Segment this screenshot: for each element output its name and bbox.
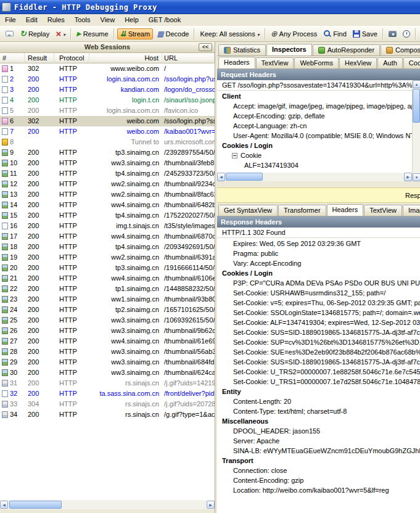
header-line[interactable]: Set-Cookie: SSOLoginState=1346815775; pa… (217, 308, 420, 318)
header-line[interactable]: Set-Cookie: U_TRS1=00000007.1e7d258f.504… (217, 377, 420, 387)
menu-item-tools[interactable]: Tools (70, 14, 96, 26)
tab-inspectors[interactable]: Inspectors (266, 44, 312, 55)
response-encoding-banner[interactable]: Response is encoded and may need to be d… (217, 187, 420, 203)
header-line[interactable]: Set-Cookie: ALF=1347419304; expires=Wed,… (217, 318, 420, 327)
scroll-up-icon[interactable]: ▲ (413, 80, 420, 88)
request-line[interactable]: GET /sso/login.php?ssosavestate=13474193… (217, 80, 420, 91)
header-group[interactable]: Entity (217, 387, 420, 396)
session-row[interactable]: 22200HTTPtp1.sinaimg.cn/1448858232/50/56… (0, 284, 215, 294)
session-row[interactable]: 29200HTTPww3.sinaimg.cn/thumbnail/684fd1… (0, 357, 215, 367)
resume-button[interactable]: Resume (74, 29, 111, 39)
tab-auth[interactable]: Auth (377, 57, 403, 68)
session-row[interactable]: 16200HTTPimg.t.sinajs.cn/t35/style/image… (0, 221, 215, 231)
session-row[interactable]: 26200HTTPww3.sinaimg.cn/thumbnail/9b62d4… (0, 326, 215, 336)
menu-item-view[interactable]: View (96, 14, 120, 26)
stream-toggle-button[interactable]: Stream (117, 28, 154, 39)
remove-sessions-button[interactable] (53, 28, 68, 39)
session-row[interactable]: 15200HTTPtp4.sinaimg.cn/1752202027/50/56… (0, 210, 215, 221)
scroll-right-icon[interactable]: ▶ (404, 173, 412, 181)
header-line[interactable]: Set-Cookie: USRHAWB=usrmdins312_155; pat… (217, 288, 420, 298)
collapse-box-icon[interactable] (232, 153, 237, 158)
scroll-right-icon[interactable]: ▶ (207, 501, 215, 509)
session-row[interactable]: 2200HTTPlogin.sina.com.cn/sso/login.php?… (0, 74, 215, 84)
header-line[interactable]: Content-Encoding: gzip (217, 475, 420, 485)
tab-get-syntaxview[interactable]: Get SyntaxView (218, 205, 278, 216)
tab-textview[interactable]: TextView (364, 205, 402, 216)
tab-headers[interactable]: Headers (327, 204, 364, 216)
sessions-horizontal-scrollbar[interactable]: ◀ ▶ (0, 500, 215, 509)
session-row[interactable]: 34200HTTPrs.sinajs.cn/g.gif?type=1&act=p… (0, 409, 215, 420)
session-row[interactable]: 13200HTTPww2.sinaimg.cn/thumbnail/8fac62… (0, 189, 215, 200)
response-status-line[interactable]: HTTP/1.1 302 Found (217, 228, 420, 238)
tab-transformer[interactable]: Transformer (278, 205, 326, 216)
tab-headers[interactable]: Headers (218, 57, 255, 68)
header-line[interactable]: Set-Cookie: SUE=es%3De2eb90f23b884b2f206… (217, 347, 420, 357)
screenshot-button[interactable] (386, 30, 399, 38)
scrollbar-thumb[interactable] (226, 173, 263, 181)
header-group[interactable]: Transport (217, 456, 420, 466)
session-row[interactable]: 17200HTTPww4.sinaimg.cn/thumbnail/6870c2… (0, 231, 215, 242)
header-line[interactable]: Accept-Language: zh-cn (217, 121, 412, 131)
header-line[interactable]: Set-Cookie: SUP=cv%3D1%26bt%3D1346815775… (217, 337, 420, 347)
header-line[interactable]: P3P: CP="CURa ADMa DEVa PSAo PSDo OUR BU… (217, 278, 420, 288)
add-comment-button[interactable] (3, 30, 16, 38)
collapse-sessions-button[interactable]: << (199, 43, 212, 51)
header-group[interactable]: Cookies / Login (217, 141, 412, 150)
session-row[interactable]: 20200HTTPtp3.sinaimg.cn/1916666114/50/56… (0, 263, 215, 273)
tab-hexview[interactable]: HexView (339, 57, 377, 68)
header-line[interactable]: Accept: image/gif, image/jpeg, image/pjp… (217, 101, 412, 111)
session-row[interactable]: 7200HTTPweibo.com/kaibao001?wvr=5&lf=reg (0, 126, 215, 137)
header-line[interactable]: Cookie (217, 150, 412, 160)
session-row[interactable]: 25200HTTPww3.sinaimg.cn/1069392615/50/56… (0, 315, 215, 326)
column-header-url[interactable]: URL (162, 53, 215, 64)
find-button[interactable]: Find (321, 28, 348, 39)
session-row[interactable]: 9200HTTPtp3.sinaimg.cn/2392897554/50/560… (0, 147, 215, 158)
session-row[interactable]: 5200HTTPlogin.sina.com.cn/favicon.ico (0, 105, 215, 116)
session-row[interactable]: 31200HTTPrs.sinajs.cn/j.gif?uids=1421948… (0, 378, 215, 388)
header-line[interactable]: Content-Type: text/html; charset=utf-8 (217, 406, 420, 416)
header-line[interactable]: Set-Cookie: v=5; expires=Thu, 06-Sep-201… (217, 298, 420, 308)
session-row[interactable]: 28200HTTPww3.sinaimg.cn/thumbnail/56ab32… (0, 347, 215, 357)
column-header-protocol[interactable]: Protocol (54, 53, 89, 64)
header-group[interactable]: Client (217, 91, 412, 101)
header-line[interactable]: Connection: close (217, 466, 420, 475)
session-row[interactable]: 32200HTTPta.sass.sina.com.cn/front/deliv… (0, 388, 215, 399)
menu-item-file[interactable]: File (0, 14, 21, 26)
session-row[interactable]: 19200HTTPww2.sinaimg.cn/thumbnail/6391a8… (0, 252, 215, 263)
header-group[interactable]: Miscellaneous (217, 416, 420, 426)
header-line[interactable]: Server: Apache (217, 436, 420, 446)
header-line[interactable]: Set-Cookie: U_TRS2=00000007.1e88258f.504… (217, 367, 420, 377)
session-row[interactable]: 6302HTTPweibo.com/sso/login.php?ssosaves… (0, 116, 215, 126)
replay-button[interactable]: Replay (17, 28, 52, 39)
session-row[interactable]: 10200HTTPww3.sinaimg.cn/thumbnail/3feb81… (0, 158, 215, 168)
header-line[interactable]: ALF=1347419304 (217, 160, 412, 170)
header-line[interactable]: Accept-Encoding: gzip, deflate (217, 111, 412, 121)
header-line[interactable]: SINA-LB: eWYyMTEuaGEueWZncm91cDEuYmoubG9… (217, 446, 420, 456)
session-row[interactable]: 1302HTTPwww.weibo.com/ (0, 64, 215, 74)
header-line[interactable]: Expires: Wed, 05 Sep 2012 03:29:36 GMT (217, 239, 420, 248)
tab-textview[interactable]: TextView (256, 57, 294, 68)
any-process-button[interactable]: Any Process (268, 28, 320, 39)
header-line[interactable]: Location: http://weibo.com/kaibao001?wvr… (217, 485, 420, 495)
scrollbar-thumb[interactable] (9, 501, 62, 509)
header-line[interactable]: Content-Length: 20 (217, 396, 420, 406)
column-header-host[interactable]: Host (89, 53, 162, 64)
session-row[interactable]: 12200HTTPww2.sinaimg.cn/thumbnail/9234c3… (0, 179, 215, 189)
timer-button[interactable] (400, 29, 413, 39)
column-header-result[interactable]: Result (25, 53, 54, 64)
session-row[interactable]: 8Tunnel tours.microsoft.com:443 (0, 137, 215, 147)
menu-item-edit[interactable]: Edit (21, 14, 43, 26)
session-row[interactable]: 33304HTTPrs.sinajs.cn/j.gif?uids=2072841… (0, 399, 215, 409)
tab-autoresponder[interactable]: AutoResponder (313, 44, 380, 55)
session-row[interactable]: 23200HTTPww1.sinaimg.cn/thumbnail/93b807… (0, 294, 215, 305)
save-button[interactable]: Save (350, 29, 380, 39)
request-horizontal-scrollbar[interactable]: ◀ ▶ (217, 173, 412, 181)
request-vertical-scrollbar[interactable]: ▲ ▼ (412, 80, 420, 181)
session-row[interactable]: 18200HTTPtp4.sinaimg.cn/2093492691/50/56… (0, 242, 215, 252)
menu-item-help[interactable]: Help (120, 14, 144, 26)
scrollbar-thumb[interactable] (413, 89, 420, 123)
header-line[interactable]: DPOOL_HEADER: jason155 (217, 426, 420, 436)
scroll-left-icon[interactable]: ◀ (217, 173, 225, 181)
menu-item-get-book[interactable]: GET /book (144, 14, 186, 26)
header-line[interactable]: User-Agent: Mozilla/4.0 (compatible; MSI… (217, 131, 412, 141)
